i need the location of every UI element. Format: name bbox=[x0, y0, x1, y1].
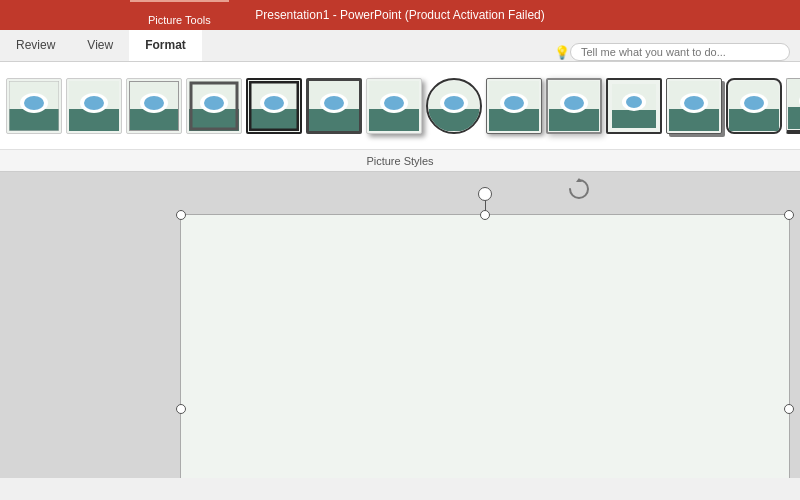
picture-tools-strip: Picture Tools bbox=[130, 0, 229, 30]
picture-style-6[interactable] bbox=[306, 78, 362, 134]
handle-mid-right[interactable] bbox=[784, 404, 794, 414]
ribbon-toolbar bbox=[0, 62, 800, 149]
picture-tools-label: Picture Tools bbox=[130, 0, 229, 30]
svg-point-17 bbox=[204, 96, 224, 110]
svg-point-47 bbox=[626, 96, 642, 108]
picture-style-13[interactable] bbox=[726, 78, 782, 134]
picture-style-14[interactable] bbox=[786, 78, 800, 134]
picture-style-4[interactable] bbox=[186, 78, 242, 134]
svg-point-31 bbox=[384, 96, 404, 110]
picture-style-10[interactable] bbox=[546, 78, 602, 134]
tab-row: Review View Format 💡 bbox=[0, 30, 800, 62]
svg-rect-45 bbox=[612, 110, 656, 128]
lightbulb-icon: 💡 bbox=[554, 45, 570, 60]
svg-point-55 bbox=[744, 96, 764, 110]
handle-top-right[interactable] bbox=[784, 210, 794, 220]
slide-area bbox=[0, 172, 800, 478]
title-bar: Picture Tools Presentation1 - PowerPoint… bbox=[0, 0, 800, 30]
window-title: Presentation1 - PowerPoint (Product Acti… bbox=[255, 8, 544, 22]
handle-top-left[interactable] bbox=[176, 210, 186, 220]
rotate-handle[interactable] bbox=[568, 178, 592, 202]
svg-point-3 bbox=[24, 96, 44, 110]
search-bar-area: 💡 bbox=[554, 43, 800, 61]
picture-style-2[interactable] bbox=[66, 78, 122, 134]
svg-point-39 bbox=[504, 96, 524, 110]
svg-point-22 bbox=[264, 96, 284, 110]
svg-point-12 bbox=[144, 96, 164, 110]
search-input[interactable] bbox=[570, 43, 790, 61]
svg-point-8 bbox=[84, 96, 104, 110]
picture-styles-label: Picture Styles bbox=[366, 155, 433, 167]
tab-view[interactable]: View bbox=[71, 30, 129, 61]
picture-style-8[interactable] bbox=[426, 78, 482, 134]
picture-style-9[interactable] bbox=[486, 78, 542, 134]
rotate-circle-handle[interactable] bbox=[478, 187, 492, 201]
ribbon: Picture Styles bbox=[0, 62, 800, 172]
svg-point-27 bbox=[324, 96, 344, 110]
picture-style-3[interactable] bbox=[126, 78, 182, 134]
handle-mid-left[interactable] bbox=[176, 404, 186, 414]
picture-style-12[interactable] bbox=[666, 78, 722, 134]
picture-style-5[interactable] bbox=[246, 78, 302, 134]
picture-style-11[interactable] bbox=[606, 78, 662, 134]
tab-review[interactable]: Review bbox=[0, 30, 71, 61]
selection-box bbox=[180, 214, 790, 478]
tab-format[interactable]: Format bbox=[129, 30, 202, 61]
tab-list: Review View Format bbox=[0, 30, 202, 61]
handle-top-mid[interactable] bbox=[480, 210, 490, 220]
svg-rect-57 bbox=[788, 107, 801, 129]
svg-point-35 bbox=[444, 96, 464, 110]
svg-point-51 bbox=[684, 96, 704, 110]
picture-styles-label-bar: Picture Styles bbox=[0, 149, 800, 171]
picture-style-7[interactable] bbox=[366, 78, 422, 134]
svg-point-43 bbox=[564, 96, 584, 110]
picture-style-1[interactable] bbox=[6, 78, 62, 134]
